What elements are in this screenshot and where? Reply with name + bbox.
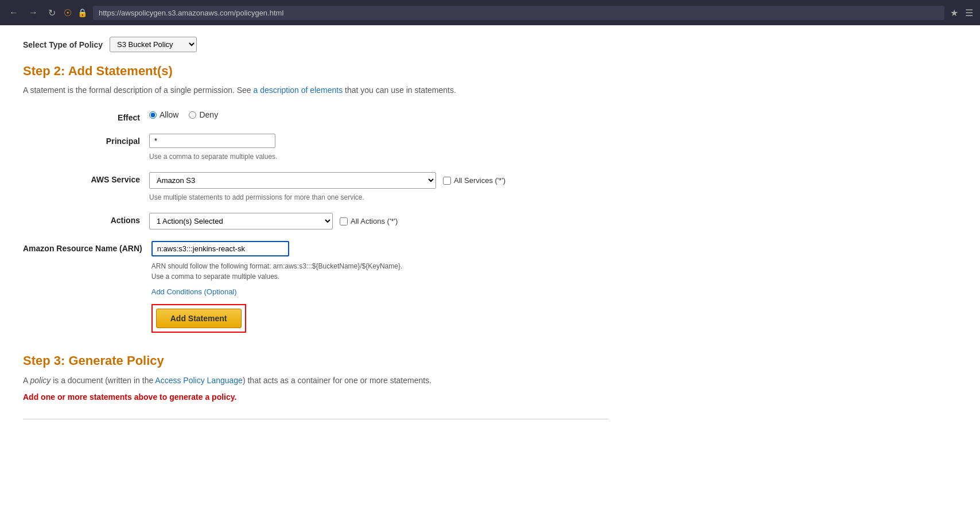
step3-heading: Step 3: Generate Policy [23, 353, 608, 368]
aws-service-hint: Use multiple statements to add permissio… [149, 193, 505, 201]
all-services-checkbox[interactable] [443, 177, 451, 185]
arn-hint-line1: ARN should follow the following format: … [151, 262, 403, 270]
actions-controls: 1 Action(s) Selected All Actions ('*') [149, 213, 398, 229]
page-content: Select Type of Policy S3 Bucket Policy S… [0, 25, 631, 431]
select-type-row: Select Type of Policy S3 Bucket Policy [23, 37, 608, 52]
forward-button[interactable]: → [26, 5, 40, 20]
service-select-row: Amazon S3 All Services ('*') [149, 172, 505, 189]
step3-before: A [23, 376, 30, 385]
aws-service-row: AWS Service Amazon S3 All Services ('*')… [23, 172, 608, 201]
step3-after: ) that acts as a container for one or mo… [243, 376, 431, 385]
security-icon: ☉ [64, 7, 72, 18]
allow-radio[interactable] [149, 111, 157, 119]
step2-desc-after: that you can use in statements. [343, 85, 456, 95]
actions-row: Actions 1 Action(s) Selected All Actions… [23, 213, 608, 229]
generate-warning: Add one or more statements above to gene… [23, 392, 608, 402]
url-bar[interactable] [93, 6, 944, 20]
actions-select[interactable]: 1 Action(s) Selected [149, 213, 333, 229]
deny-radio[interactable] [189, 111, 196, 119]
reload-button[interactable]: ↻ [46, 5, 58, 21]
add-statement-highlight: Add Statement [151, 304, 246, 333]
effect-row: Effect Allow Deny [23, 110, 608, 122]
arn-hint-line2: Use a comma to separate multiple values. [151, 272, 279, 281]
effect-label: Effect [23, 110, 149, 122]
arn-label: Amazon Resource Name (ARN) [23, 241, 151, 253]
arn-controls: ARN should follow the following format: … [151, 241, 403, 333]
allow-label: Allow [160, 110, 178, 119]
deny-radio-label[interactable]: Deny [189, 110, 218, 119]
all-actions-checkbox[interactable] [340, 217, 348, 225]
aws-service-select[interactable]: Amazon S3 [149, 172, 436, 189]
actions-select-row: 1 Action(s) Selected All Actions ('*') [149, 213, 398, 229]
deny-label: Deny [199, 110, 218, 119]
principal-label: Principal [23, 134, 149, 146]
browser-actions: ★ ☰ [950, 7, 973, 18]
step2-heading: Step 2: Add Statement(s) [23, 64, 608, 79]
step2-section: Step 2: Add Statement(s) A statement is … [23, 64, 608, 333]
step2-desc-before: A statement is the formal description of… [23, 85, 254, 95]
arn-row: Amazon Resource Name (ARN) ARN should fo… [23, 241, 608, 333]
step3-middle: is a document (written in the [50, 376, 155, 385]
add-statement-button[interactable]: Add Statement [156, 309, 242, 328]
lock-icon: 🔒 [77, 8, 87, 17]
arn-input[interactable] [151, 241, 289, 256]
effect-controls: Allow Deny [149, 110, 218, 119]
page-divider [23, 419, 608, 419]
all-services-checkbox-label[interactable]: All Services ('*') [443, 176, 505, 185]
principal-input[interactable] [149, 134, 275, 148]
principal-row: Principal Use a comma to separate multip… [23, 134, 608, 161]
all-services-label: All Services ('*') [454, 176, 505, 185]
browser-chrome: ← → ↻ ☉ 🔒 ★ ☰ [0, 0, 980, 25]
principal-hint: Use a comma to separate multiple values. [149, 153, 277, 161]
reader-icon[interactable]: ☰ [965, 7, 973, 18]
apl-link[interactable]: Access Policy Language [155, 376, 243, 385]
add-statement-container: Add Statement [151, 298, 403, 333]
step2-description: A statement is the formal description of… [23, 84, 608, 96]
step3-section: Step 3: Generate Policy A policy is a do… [23, 353, 608, 402]
policy-italic: policy [30, 376, 50, 385]
principal-controls: Use a comma to separate multiple values. [149, 134, 277, 161]
effect-radio-group: Allow Deny [149, 110, 218, 119]
all-actions-checkbox-label[interactable]: All Actions ('*') [340, 217, 398, 225]
step3-description: A policy is a document (written in the A… [23, 374, 608, 387]
policy-type-select[interactable]: S3 Bucket Policy [110, 37, 197, 52]
bookmark-icon[interactable]: ★ [950, 7, 958, 18]
add-conditions-link[interactable]: Add Conditions (Optional) [151, 287, 403, 296]
actions-label: Actions [23, 213, 149, 225]
allow-radio-label[interactable]: Allow [149, 110, 178, 119]
aws-service-label: AWS Service [23, 172, 149, 184]
aws-service-controls: Amazon S3 All Services ('*') Use multipl… [149, 172, 505, 201]
arn-hint: ARN should follow the following format: … [151, 261, 403, 282]
select-type-label: Select Type of Policy [23, 40, 103, 49]
back-button[interactable]: ← [7, 5, 21, 20]
elements-link[interactable]: a description of elements [254, 85, 343, 95]
all-actions-label: All Actions ('*') [351, 217, 398, 225]
